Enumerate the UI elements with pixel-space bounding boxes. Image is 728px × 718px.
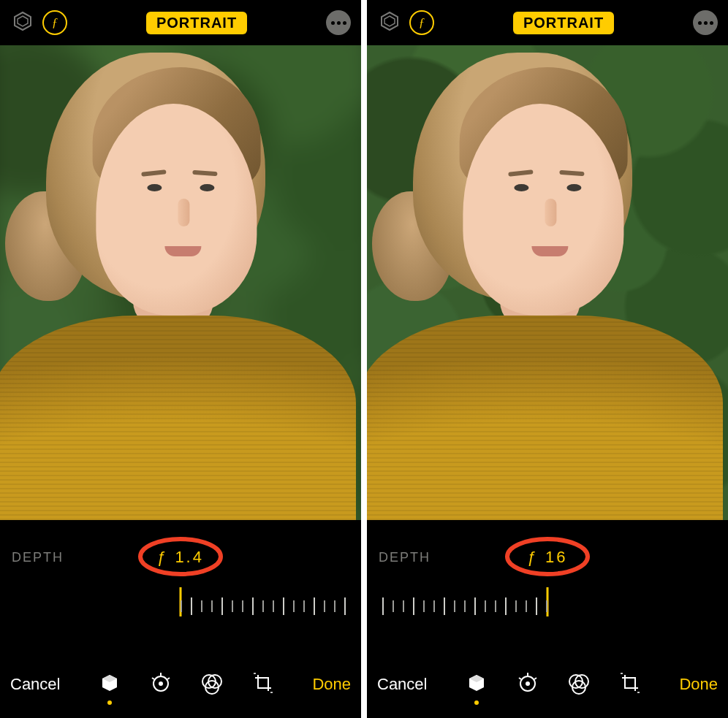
photo-preview[interactable] (367, 45, 728, 520)
more-button[interactable] (326, 10, 351, 35)
portrait-lighting-icon (99, 672, 121, 697)
adjust-tool-button[interactable] (513, 670, 542, 699)
svg-line-8 (152, 678, 154, 679)
crop-icon (618, 671, 642, 698)
done-button[interactable]: Done (312, 675, 351, 694)
adjust-tool-button[interactable] (146, 670, 175, 699)
svg-marker-16 (384, 16, 395, 26)
bottom-bar: Cancel (0, 658, 361, 718)
photo-preview[interactable] (0, 45, 361, 520)
depth-slider[interactable] (7, 581, 354, 625)
svg-marker-1 (18, 16, 28, 26)
adjust-dial-icon (148, 671, 173, 698)
mode-badge[interactable]: PORTRAIT (513, 12, 614, 34)
more-icon (698, 21, 702, 25)
bottom-bar: Cancel (367, 658, 728, 718)
filters-tool-button[interactable] (564, 670, 594, 699)
depth-fvalue: ƒ 16 (528, 548, 568, 567)
portrait-lighting-button[interactable] (10, 10, 35, 35)
tool-row (462, 670, 645, 699)
more-icon (331, 21, 335, 25)
cancel-button[interactable]: Cancel (377, 675, 427, 694)
aperture-f-icon: ƒ (419, 15, 425, 30)
photo-subject (0, 53, 356, 520)
svg-point-21 (526, 681, 530, 686)
active-tool-indicator (107, 700, 112, 705)
svg-line-23 (519, 678, 521, 679)
active-tool-indicator (474, 700, 479, 705)
aperture-button[interactable]: ƒ (42, 10, 67, 35)
mode-badge[interactable]: PORTRAIT (146, 12, 247, 34)
depth-controls: DEPTH ƒ 1.4 (0, 520, 361, 658)
portrait-tool-button[interactable] (462, 670, 491, 699)
topbar: ƒ PORTRAIT (0, 0, 361, 45)
crop-tool-button[interactable] (615, 670, 645, 699)
photo-subject (367, 53, 723, 520)
done-button[interactable]: Done (679, 675, 718, 694)
filters-tool-button[interactable] (197, 670, 227, 699)
cancel-button[interactable]: Cancel (10, 675, 60, 694)
portrait-tool-button[interactable] (95, 670, 124, 699)
svg-point-6 (159, 681, 163, 686)
lighting-hexagon-icon (12, 10, 34, 35)
depth-value-row: DEPTH ƒ 16 (374, 541, 721, 574)
aperture-f-icon: ƒ (52, 15, 58, 30)
portrait-lighting-button[interactable] (377, 10, 402, 35)
tool-row (95, 670, 278, 699)
filters-icon (567, 671, 591, 698)
depth-fvalue: ƒ 1.4 (157, 548, 204, 567)
adjust-dial-icon (515, 671, 540, 698)
crop-tool-button[interactable] (249, 670, 278, 699)
depth-controls: DEPTH ƒ 16 (367, 520, 728, 658)
topbar-left-group: ƒ (377, 10, 434, 35)
svg-line-9 (167, 678, 170, 679)
crop-icon (251, 671, 275, 698)
slider-ticks (181, 597, 346, 615)
depth-slider[interactable] (374, 581, 721, 625)
slider-ticks (382, 597, 547, 615)
more-button[interactable] (693, 10, 718, 35)
depth-value-row: DEPTH ƒ 1.4 (7, 541, 354, 574)
lighting-hexagon-icon (379, 10, 401, 35)
topbar-left-group: ƒ (10, 10, 67, 35)
screen-left: ƒ PORTRAIT DEPTH ƒ 1.4 (0, 0, 361, 718)
svg-line-24 (534, 678, 536, 679)
depth-label: DEPTH (12, 550, 64, 565)
filters-icon (200, 671, 224, 698)
aperture-button[interactable]: ƒ (409, 10, 434, 35)
depth-label: DEPTH (379, 550, 431, 565)
screen-right: ƒ PORTRAIT DEPTH ƒ 16 (367, 0, 728, 718)
topbar: ƒ PORTRAIT (367, 0, 728, 45)
portrait-lighting-icon (466, 672, 488, 697)
